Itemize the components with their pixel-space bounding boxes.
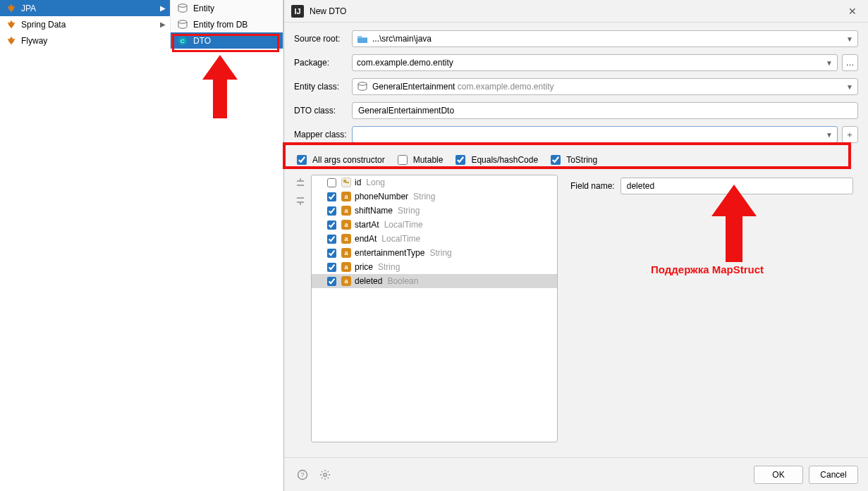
id-field-icon xyxy=(341,178,351,187)
field-checkbox[interactable] xyxy=(327,220,336,230)
new-dto-dialog: IJ New DTO ✕ Source root: ...\src\main\j… xyxy=(283,0,868,491)
svg-text:?: ? xyxy=(300,471,304,478)
leftnav-label: Spring Data xyxy=(21,20,66,30)
field-name-field[interactable] xyxy=(625,180,848,192)
field-row[interactable]: aentertainmentType String xyxy=(312,246,557,260)
check-equals[interactable]: Equals/hashCode xyxy=(453,153,538,167)
ellipsis-icon: … xyxy=(845,58,854,68)
svg-line-16 xyxy=(322,471,322,472)
fields-area: id LongaphoneNumber StringashiftName Str… xyxy=(294,175,858,442)
check-all-args-input[interactable] xyxy=(297,155,307,165)
field-checkbox[interactable] xyxy=(327,263,336,272)
label-field-name: Field name: xyxy=(570,181,615,191)
field-checkbox[interactable] xyxy=(327,206,336,216)
settings-button[interactable] xyxy=(317,466,334,483)
entity-icon xyxy=(176,3,189,14)
leftnav-item-flyway[interactable]: Flyway xyxy=(0,32,170,49)
check-tostring[interactable]: ToString xyxy=(548,153,597,167)
label-dto-class: DTO class: xyxy=(294,106,352,116)
check-all-args[interactable]: All args constructor xyxy=(294,153,385,167)
chevron-down-icon: ▼ xyxy=(846,35,853,43)
attribute-field-icon: a xyxy=(341,276,351,286)
chevron-down-icon: ▼ xyxy=(846,83,853,91)
entity-class-combo[interactable]: GeneralEntertainment com.example.demo.en… xyxy=(352,78,858,95)
field-name-text: endAt xyxy=(355,234,377,244)
mapper-add-button[interactable]: ＋ xyxy=(842,126,858,143)
midnav-item-entityfromdb[interactable]: Entity from DB xyxy=(171,16,283,32)
field-checkbox[interactable] xyxy=(327,235,336,244)
check-tostring-input[interactable] xyxy=(551,155,561,165)
flyway-icon xyxy=(6,35,17,46)
midnav-item-entity[interactable]: Entity xyxy=(171,0,283,16)
chevron-down-icon: ▼ xyxy=(826,131,833,139)
dialog-title: New DTO xyxy=(310,6,844,16)
field-checkbox[interactable] xyxy=(327,178,336,187)
field-row[interactable]: adeleted Boolean xyxy=(312,274,557,288)
leftnav-item-jpa[interactable]: JPA ▶ xyxy=(0,0,170,16)
field-type-text: String xyxy=(398,206,420,216)
button-label: OK xyxy=(772,470,784,480)
dto-class-field[interactable] xyxy=(357,105,853,116)
field-name-text: phoneNumber xyxy=(355,192,408,201)
package-combo[interactable]: com.example.demo.entity ▼ xyxy=(352,54,838,71)
field-row[interactable]: ashiftName String xyxy=(312,204,557,218)
svg-marker-4 xyxy=(202,55,238,118)
expand-all-button[interactable] xyxy=(294,176,307,189)
check-label: All args constructor xyxy=(312,155,385,165)
svg-point-11 xyxy=(324,473,326,476)
field-row[interactable]: aendAt LocalTime xyxy=(312,232,557,246)
dialog-titlebar: IJ New DTO ✕ xyxy=(284,0,868,23)
svg-point-1 xyxy=(178,20,187,23)
dto-class-input[interactable] xyxy=(352,102,858,119)
midnav-label: Entity xyxy=(193,4,214,13)
package-browse-button[interactable]: … xyxy=(842,54,858,71)
field-name-text: startAt xyxy=(355,220,379,230)
dialog-close-button[interactable]: ✕ xyxy=(844,6,861,17)
field-checkbox[interactable] xyxy=(327,277,336,286)
entity-class-pkg: com.example.demo.entity xyxy=(458,82,554,92)
field-name-text: shiftName xyxy=(355,206,393,216)
source-root-value: ...\src\main\java xyxy=(372,34,432,44)
jpa-icon xyxy=(6,3,17,14)
field-row[interactable]: id Long xyxy=(312,175,557,189)
dialog-body: Source root: ...\src\main\java ▼ Package… xyxy=(284,23,868,457)
field-row[interactable]: astartAt LocalTime xyxy=(312,218,557,232)
chevron-right-icon: ▶ xyxy=(160,4,166,12)
mapper-class-combo[interactable]: ▼ xyxy=(352,126,838,143)
field-row[interactable]: aphoneNumber String xyxy=(312,189,557,204)
check-label: Equals/hashCode xyxy=(471,155,538,165)
label-source-root: Source root: xyxy=(294,34,352,44)
field-name-text: deleted xyxy=(355,276,382,286)
check-mutable-input[interactable] xyxy=(398,155,408,165)
list-toolbar xyxy=(294,175,307,442)
svg-line-19 xyxy=(328,471,329,472)
ok-button[interactable]: OK xyxy=(754,466,803,484)
field-name-input[interactable] xyxy=(621,178,853,194)
field-checkbox[interactable] xyxy=(327,192,336,201)
entity-class-name: GeneralEntertainment xyxy=(372,82,455,92)
svg-point-0 xyxy=(178,4,187,6)
svg-line-18 xyxy=(322,477,322,478)
attribute-field-icon: a xyxy=(341,192,351,201)
field-name-text: entertainmentType xyxy=(355,248,424,258)
check-mutable[interactable]: Mutable xyxy=(395,153,444,167)
cancel-button[interactable]: Cancel xyxy=(809,466,858,484)
fields-list[interactable]: id LongaphoneNumber StringashiftName Str… xyxy=(311,175,558,442)
check-equals-input[interactable] xyxy=(456,155,465,165)
dialog-footer: ? OK Cancel xyxy=(284,457,868,491)
dto-options-row: All args constructor Mutable Equals/hash… xyxy=(294,152,858,168)
check-label: Mutable xyxy=(413,155,444,165)
leftnav-item-springdata[interactable]: Spring Data ▶ xyxy=(0,16,170,32)
midnav-label: Entity from DB xyxy=(193,20,247,30)
attribute-field-icon: a xyxy=(341,262,351,272)
field-name-text: price xyxy=(355,262,373,272)
field-checkbox[interactable] xyxy=(327,249,336,258)
collapse-all-button[interactable] xyxy=(294,194,307,207)
button-label: Cancel xyxy=(820,470,846,480)
intellij-logo-icon: IJ xyxy=(291,5,304,18)
midnav-item-dto[interactable]: C DTO xyxy=(171,32,283,49)
label-mapper-class: Mapper class: xyxy=(294,130,352,139)
source-root-combo[interactable]: ...\src\main\java ▼ xyxy=(352,30,858,47)
field-row[interactable]: aprice String xyxy=(312,260,557,274)
help-button[interactable]: ? xyxy=(294,466,311,483)
